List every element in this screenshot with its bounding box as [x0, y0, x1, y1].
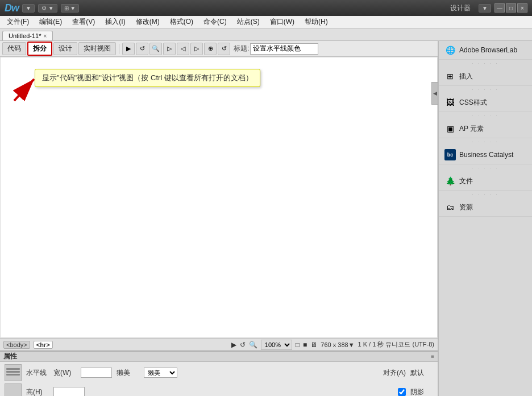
right-panel-item[interactable]: ⊞插入: [439, 67, 532, 86]
toolbar-icon-btn[interactable]: ◁: [177, 43, 189, 55]
tooltip-box: 显示"代码"视图和"设计"视图（按 Ctrl 键以查看所有打开的文档）: [35, 69, 260, 87]
right-panel: 🌐Adobe BrowserLab· · · · ·⊞插入· · · · ·🖼C…: [438, 41, 532, 396]
right-panel-item-icon: 🗂: [444, 201, 456, 213]
menu-item[interactable]: 修改(M): [131, 16, 164, 28]
shadow-checkbox[interactable]: [398, 388, 406, 396]
toolbar-icon-btn[interactable]: 🔍: [149, 43, 162, 55]
right-panel-item-icon: 🌲: [444, 175, 456, 187]
toolbar-icon-btn[interactable]: ↺: [136, 43, 148, 55]
right-panel-item-icon: 🖼: [444, 97, 456, 108]
tooltip-text: 显示"代码"视图和"设计"视图（按 Ctrl 键以查看所有打开的文档）: [42, 73, 253, 82]
menu-item[interactable]: 格式(O): [165, 16, 198, 28]
right-panel-item-label: Business Catalyst: [459, 151, 513, 159]
status-dim-icon[interactable]: ■: [303, 341, 307, 349]
menu-item[interactable]: 查看(V): [68, 16, 99, 28]
right-panel-item[interactable]: bcBusiness Catalyst: [439, 146, 532, 164]
toolbar-extra-btn[interactable]: ⊞ ▼: [61, 4, 80, 13]
toolbar-icon-btn[interactable]: ▶: [122, 43, 135, 55]
panel-separator-dots: · · · · ·: [439, 86, 532, 93]
panel-separator-dots: · · · · ·: [439, 112, 532, 119]
tab-label: Untitled-11*: [9, 32, 41, 39]
status-icon[interactable]: ↺: [240, 341, 246, 349]
toolbar-icon-btn[interactable]: ↺: [218, 43, 230, 55]
width-input[interactable]: [81, 368, 112, 378]
status-dimensions: 760 x 388▼: [321, 341, 354, 348]
menu-item[interactable]: 窗口(W): [265, 16, 299, 28]
align-select[interactable]: 獭美 左对齐 居中 右对齐: [144, 368, 177, 378]
status-dim-icon[interactable]: 🖥: [310, 341, 317, 349]
view-mode-btn[interactable]: 设计: [53, 42, 77, 55]
shadow-label: 阴影: [410, 387, 433, 397]
view-mode-btn[interactable]: 拆分: [27, 42, 52, 56]
menu-item[interactable]: 帮助(H): [300, 16, 332, 28]
designer-toggle-btn[interactable]: ▼: [479, 4, 491, 13]
right-panel-item-icon: ▣: [444, 123, 456, 134]
properties-expand-icon[interactable]: ≡: [431, 353, 434, 360]
app-logo: Dw: [5, 2, 19, 14]
title-field-input[interactable]: [250, 43, 318, 55]
view-toolbar: 代码拆分设计实时视图▶↺🔍▷◁▷⊕↺标题:: [0, 41, 438, 57]
panel-separator-dots: · · · · ·: [439, 60, 532, 67]
menu-item[interactable]: 编辑(E): [35, 16, 66, 28]
props-row-2: 高(H) 阴影: [5, 383, 433, 396]
right-panel-item[interactable]: ▣AP 元素: [439, 119, 532, 138]
collapse-panel-btn[interactable]: ◀: [431, 82, 438, 105]
right-panel-item-icon: 🌐: [444, 44, 456, 56]
menu-item[interactable]: 插入(I): [101, 16, 130, 28]
status-icon[interactable]: ▶: [231, 341, 236, 349]
status-dim-icon[interactable]: □: [296, 341, 300, 349]
close-btn[interactable]: ×: [517, 3, 527, 13]
properties-content: 水平线 宽(W) 獭美 獭美 左对齐 居中 右对齐 对齐(A) 默认: [0, 362, 438, 396]
right-panel-item-label: 资源: [459, 203, 473, 212]
align-default-label: 默认: [410, 368, 433, 378]
props-row-1: 水平线 宽(W) 獭美 獭美 左对齐 居中 右对齐 对齐(A) 默认: [5, 364, 433, 381]
svg-rect-4: [6, 374, 20, 376]
right-panel-item[interactable]: 🖼CSS样式: [439, 93, 532, 112]
maximize-btn[interactable]: □: [506, 3, 516, 13]
tab-bar: Untitled-11*×: [0, 28, 532, 41]
right-col: ◀ 🌐Adobe BrowserLab· · · · ·⊞插入· · · · ·…: [438, 41, 532, 396]
minimize-btn[interactable]: —: [494, 3, 505, 13]
view-mode-btn[interactable]: 代码: [2, 42, 26, 55]
status-tag[interactable]: <hr>: [34, 341, 53, 349]
status-icon[interactable]: 🔍: [249, 341, 257, 349]
right-panel-item-label: CSS样式: [459, 98, 487, 108]
right-panel-item-icon: ⊞: [444, 71, 456, 82]
toolbar-icon-btn[interactable]: ▷: [163, 43, 176, 55]
status-file-info: 1 K / 1 秒 유니코드 (UTF-8): [358, 340, 434, 349]
menu-item[interactable]: 站点(S): [232, 16, 264, 28]
menu-item[interactable]: 命令(C): [199, 16, 231, 28]
panel-separator-dots: · · · · ·: [439, 164, 532, 172]
right-panel-item[interactable]: 🌐Adobe BrowserLab: [439, 41, 532, 60]
svg-rect-2: [6, 368, 20, 370]
right-panel-item[interactable]: 🌲文件: [439, 172, 532, 191]
tab-close-btn[interactable]: ×: [43, 33, 47, 39]
align-value-label: 獭美: [117, 368, 139, 378]
document-tab[interactable]: Untitled-11*×: [2, 31, 53, 40]
properties-panel: 属性 ≡ 水平线 宽(W) 獭美: [0, 350, 438, 396]
menu-item[interactable]: 文件(F): [2, 16, 34, 28]
panel-separator-dots: · · · · ·: [439, 138, 532, 146]
title-bar: Dw ▼ ⚙ ▼ ⊞ ▼ 设计器 ▼ — □ ×: [0, 0, 532, 16]
props-icon2: [5, 383, 22, 396]
right-panel-item-label: 文件: [459, 176, 473, 186]
title-bar-left: Dw ▼ ⚙ ▼ ⊞ ▼: [5, 2, 79, 14]
width-label: 宽(W): [53, 368, 76, 378]
right-panel-item-label: 插入: [459, 72, 473, 81]
designer-label: 设计器: [450, 3, 471, 13]
right-panel-item-icon: bc: [444, 149, 456, 160]
toolbar-icon-btn[interactable]: ▷: [190, 43, 203, 55]
height-input[interactable]: [53, 387, 85, 396]
menu-bar: 文件(F)编辑(E)查看(V)插入(I)修改(M)格式(O)命令(C)站点(S)…: [0, 16, 532, 28]
right-panel-item[interactable]: 🗂资源: [439, 198, 532, 217]
editor-area: 显示"代码"视图和"设计"视图（按 Ctrl 键以查看所有打开的文档）: [0, 57, 438, 338]
status-tag[interactable]: <body>: [3, 341, 30, 349]
hr-label: 水平线: [26, 368, 49, 378]
toolbar-icon-btn[interactable]: ⊕: [204, 43, 217, 55]
status-bar: <body><hr>▶↺🔍100%□■🖥760 x 388▼1 K / 1 秒 …: [0, 338, 438, 350]
toolbar-preset-btn[interactable]: ▼: [22, 4, 35, 13]
zoom-select[interactable]: 100%: [261, 340, 292, 350]
hr-icon: [5, 364, 22, 381]
toolbar-options-btn[interactable]: ⚙ ▼: [38, 4, 57, 13]
view-mode-btn[interactable]: 实时视图: [78, 42, 116, 55]
